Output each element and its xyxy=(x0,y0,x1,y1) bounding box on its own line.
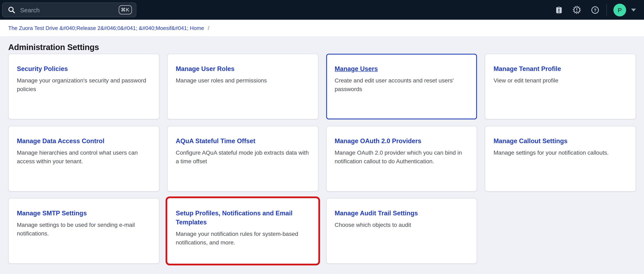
user-menu[interactable]: P xyxy=(614,3,636,16)
card-description: View or edit tenant profile xyxy=(494,76,628,85)
clipboard-alert-icon xyxy=(555,5,563,14)
search-shortcut-badge: ⌘K xyxy=(119,5,132,14)
card-title-link[interactable]: Manage OAuth 2.0 Providers xyxy=(335,137,421,144)
chevron-down-icon[interactable] xyxy=(631,8,636,11)
card-title-link[interactable]: Manage Tenant Profile xyxy=(494,65,561,72)
card-title-link[interactable]: Manage Users xyxy=(335,65,378,72)
search-icon xyxy=(8,6,16,14)
help-icon: ? xyxy=(590,5,599,14)
card-security-policies[interactable]: Security Policies Manage your organizati… xyxy=(8,54,160,119)
card-description: Manage your organization's security and … xyxy=(17,76,151,94)
card-title-link[interactable]: Manage Callout Settings xyxy=(494,137,568,144)
card-title-link[interactable]: Manage User Roles xyxy=(176,65,234,72)
seal-alert-icon xyxy=(572,5,581,14)
card-title-link[interactable]: Setup Profiles, Notifications and Email … xyxy=(176,210,292,226)
seal-alert-button[interactable] xyxy=(572,5,582,15)
zuora-admin-page: ⌘K xyxy=(0,0,644,274)
svg-text:?: ? xyxy=(594,7,596,12)
card-description: Choose which objects to audit xyxy=(335,221,468,229)
card-description: Manage your notification rules for syste… xyxy=(176,230,310,247)
card-manage-callout-settings[interactable]: Manage Callout Settings Manage settings … xyxy=(485,126,636,192)
topbar-divider xyxy=(606,4,607,15)
card-description: Manage settings for your notification ca… xyxy=(494,148,628,157)
card-description: Manage hierarchies and control what user… xyxy=(17,148,151,166)
search-input[interactable] xyxy=(19,6,115,14)
help-button[interactable]: ? xyxy=(590,5,600,15)
settings-card-grid: Security Policies Manage your organizati… xyxy=(8,54,636,264)
card-manage-users[interactable]: Manage Users Create and edit user accoun… xyxy=(326,54,477,119)
avatar[interactable]: P xyxy=(614,3,626,16)
breadcrumb: The Zuora Test Drive &#040;Release 2&#04… xyxy=(0,20,644,36)
topbar-actions: ? xyxy=(554,5,600,15)
search-box[interactable]: ⌘K xyxy=(2,2,136,17)
main-content: Administration Settings Security Policie… xyxy=(0,36,644,264)
card-title-link[interactable]: Security Policies xyxy=(17,65,68,72)
breadcrumb-separator: / xyxy=(208,25,209,31)
card-description: Manage user roles and permissions xyxy=(176,76,310,85)
card-manage-audit-trail[interactable]: Manage Audit Trail Settings Choose which… xyxy=(326,198,477,264)
card-title-link[interactable]: Manage Data Access Control xyxy=(17,137,104,144)
card-title-link[interactable]: Manage SMTP Settings xyxy=(17,210,87,217)
breadcrumb-link[interactable]: The Zuora Test Drive &#040;Release 2&#04… xyxy=(8,25,204,31)
card-description: Manage OAuth 2.0 provider which you can … xyxy=(335,148,468,166)
page-title: Administration Settings xyxy=(8,42,636,52)
card-manage-user-roles[interactable]: Manage User Roles Manage user roles and … xyxy=(167,54,318,119)
card-description: Manage settings to be used for sending e… xyxy=(17,221,151,238)
card-setup-profiles-notifications[interactable]: Setup Profiles, Notifications and Email … xyxy=(167,198,318,264)
card-description: Create and edit user accounts and reset … xyxy=(335,76,468,94)
card-manage-smtp-settings[interactable]: Manage SMTP Settings Manage settings to … xyxy=(8,198,160,264)
card-aqua-stateful-time-offset[interactable]: AQuA Stateful Time Offset Configure AQuA… xyxy=(167,126,318,192)
card-manage-oauth-providers[interactable]: Manage OAuth 2.0 Providers Manage OAuth … xyxy=(326,126,477,192)
card-manage-data-access-control[interactable]: Manage Data Access Control Manage hierar… xyxy=(8,126,160,192)
card-title-link[interactable]: AQuA Stateful Time Offset xyxy=(176,137,256,144)
card-description: Configure AQuA stateful mode job extract… xyxy=(176,148,310,166)
card-title-link[interactable]: Manage Audit Trail Settings xyxy=(335,210,418,217)
topbar: ⌘K xyxy=(0,0,644,20)
card-manage-tenant-profile[interactable]: Manage Tenant Profile View or edit tenan… xyxy=(485,54,636,119)
clipboard-alert-button[interactable] xyxy=(554,5,564,15)
